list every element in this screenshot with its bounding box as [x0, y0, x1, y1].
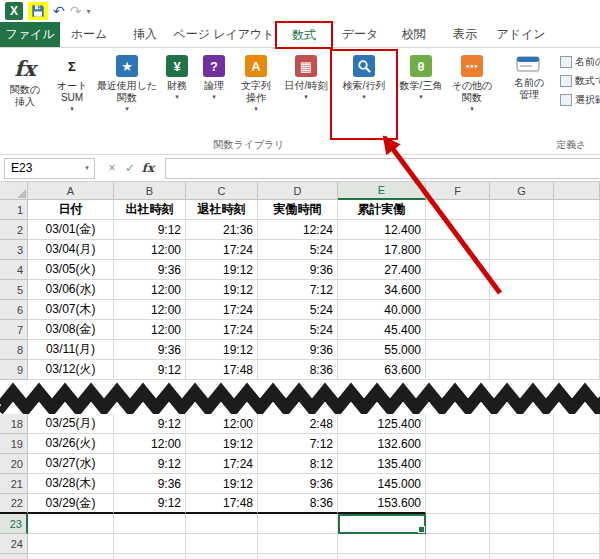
- column-header-E[interactable]: E: [338, 182, 426, 200]
- cell-G21[interactable]: [490, 474, 554, 494]
- column-header-B[interactable]: B: [114, 182, 186, 200]
- cell-C21[interactable]: 19:12: [186, 474, 258, 494]
- cell-F2[interactable]: [426, 220, 490, 240]
- ribbon-button-more-functions[interactable]: ⋯その他の 関数▾: [446, 51, 498, 138]
- cell-H4[interactable]: [554, 260, 600, 280]
- cell-D1[interactable]: 実働時間: [258, 200, 338, 220]
- cell-D24[interactable]: [258, 534, 338, 554]
- use-in-formula-button[interactable]: 数式で使用: [560, 74, 600, 88]
- cell-E6[interactable]: 40.000: [338, 300, 426, 320]
- row-header-8[interactable]: 8: [0, 340, 28, 360]
- row-header-23[interactable]: 23: [0, 514, 28, 534]
- cell-F24[interactable]: [426, 534, 490, 554]
- cell-A1[interactable]: 日付: [28, 200, 114, 220]
- cell-A8[interactable]: 03/11(月): [28, 340, 114, 360]
- cell-E18[interactable]: 125.400: [338, 414, 426, 434]
- cell-G19[interactable]: [490, 434, 554, 454]
- excel-logo-icon[interactable]: X: [5, 2, 23, 20]
- cell-H20[interactable]: [554, 454, 600, 474]
- ribbon-button-math-trig[interactable]: θ数学/三角▾: [396, 51, 446, 138]
- row-header-25[interactable]: 25: [0, 554, 28, 559]
- cell-D3[interactable]: 5:24: [258, 240, 338, 260]
- row-header-19[interactable]: 19: [0, 434, 28, 454]
- cell-F7[interactable]: [426, 320, 490, 340]
- cell-B3[interactable]: 12:00: [114, 240, 186, 260]
- cell-C6[interactable]: 17:24: [186, 300, 258, 320]
- cell-F6[interactable]: [426, 300, 490, 320]
- row-header-2[interactable]: 2: [0, 220, 28, 240]
- cell-F18[interactable]: [426, 414, 490, 434]
- cell-G24[interactable]: [490, 534, 554, 554]
- formula-input[interactable]: [165, 158, 600, 179]
- cell-H24[interactable]: [554, 534, 600, 554]
- cell-C19[interactable]: 19:12: [186, 434, 258, 454]
- cell-H25[interactable]: [554, 554, 600, 559]
- cell-G8[interactable]: [490, 340, 554, 360]
- cell-H21[interactable]: [554, 474, 600, 494]
- cell-G2[interactable]: [490, 220, 554, 240]
- tab-file[interactable]: ファイル: [0, 22, 60, 47]
- ribbon-button-date-time[interactable]: ▦日付/時刻▾: [280, 51, 332, 138]
- cell-H8[interactable]: [554, 340, 600, 360]
- cell-C23[interactable]: [186, 514, 258, 534]
- cell-E1[interactable]: 累計実働: [338, 200, 426, 220]
- cell-D19[interactable]: 7:12: [258, 434, 338, 454]
- cell-G23[interactable]: [490, 514, 554, 534]
- cell-H2[interactable]: [554, 220, 600, 240]
- cell-H5[interactable]: [554, 280, 600, 300]
- cell-E7[interactable]: 45.400: [338, 320, 426, 340]
- cell-D7[interactable]: 5:24: [258, 320, 338, 340]
- save-button[interactable]: [28, 2, 48, 20]
- cell-D4[interactable]: 9:36: [258, 260, 338, 280]
- tab-view[interactable]: 表示: [440, 22, 490, 47]
- cell-F22[interactable]: [426, 494, 490, 514]
- cell-F4[interactable]: [426, 260, 490, 280]
- cell-E25[interactable]: [338, 554, 426, 559]
- cell-B6[interactable]: 12:00: [114, 300, 186, 320]
- name-box[interactable]: E23: [4, 158, 80, 179]
- cell-A23[interactable]: [28, 514, 114, 534]
- cell-E4[interactable]: 27.400: [338, 260, 426, 280]
- tab-formulas[interactable]: 数式: [276, 22, 332, 48]
- cell-H7[interactable]: [554, 320, 600, 340]
- cell-C8[interactable]: 19:12: [186, 340, 258, 360]
- cell-H22[interactable]: [554, 494, 600, 514]
- cell-G4[interactable]: [490, 260, 554, 280]
- cell-C24[interactable]: [186, 534, 258, 554]
- cell-H19[interactable]: [554, 434, 600, 454]
- cell-F9[interactable]: [426, 360, 490, 380]
- cell-E21[interactable]: 145.000: [338, 474, 426, 494]
- create-from-selection-button[interactable]: 選択範囲から作成: [560, 93, 600, 107]
- cell-E2[interactable]: 12.400: [338, 220, 426, 240]
- row-header-7[interactable]: 7: [0, 320, 28, 340]
- cell-B21[interactable]: 9:36: [114, 474, 186, 494]
- cell-E22[interactable]: 153.600: [338, 494, 426, 514]
- cell-F3[interactable]: [426, 240, 490, 260]
- cell-A21[interactable]: 03/28(木): [28, 474, 114, 494]
- cancel-button[interactable]: ×: [103, 161, 121, 175]
- cell-G5[interactable]: [490, 280, 554, 300]
- name-box-dropdown-icon[interactable]: ▾: [80, 158, 95, 179]
- cell-B7[interactable]: 12:00: [114, 320, 186, 340]
- cell-C1[interactable]: 退社時刻: [186, 200, 258, 220]
- cell-B19[interactable]: 12:00: [114, 434, 186, 454]
- name-manager-button[interactable]: 名前の 管理: [502, 48, 556, 154]
- cell-E3[interactable]: 17.800: [338, 240, 426, 260]
- define-name-button[interactable]: 名前の定義: [560, 55, 600, 69]
- cell-H3[interactable]: [554, 240, 600, 260]
- cell-C2[interactable]: 21:36: [186, 220, 258, 240]
- ribbon-button-lookup-reference[interactable]: 検索/行列▾: [332, 51, 396, 138]
- cell-B4[interactable]: 9:36: [114, 260, 186, 280]
- insert-function-button[interactable]: fx: [139, 161, 157, 175]
- cell-A9[interactable]: 03/12(火): [28, 360, 114, 380]
- tab-insert[interactable]: 挿入: [118, 22, 172, 47]
- cell-C18[interactable]: 12:00: [186, 414, 258, 434]
- ribbon-button-text[interactable]: A文字列 操作▾: [232, 51, 280, 138]
- cell-F8[interactable]: [426, 340, 490, 360]
- qat-dropdown-icon[interactable]: ▾: [86, 7, 90, 16]
- cell-F20[interactable]: [426, 454, 490, 474]
- cell-B22[interactable]: 9:12: [114, 494, 186, 514]
- row-header-22[interactable]: 22: [0, 494, 28, 514]
- cell-D18[interactable]: 2:48: [258, 414, 338, 434]
- cell-A4[interactable]: 03/05(火): [28, 260, 114, 280]
